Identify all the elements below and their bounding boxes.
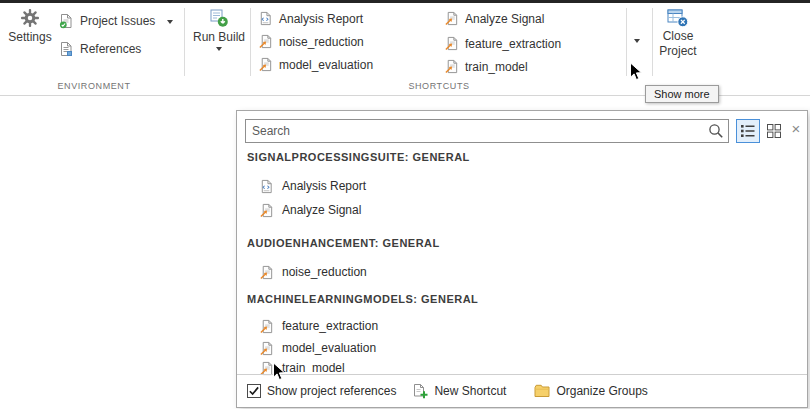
report-icon (258, 11, 273, 26)
popup-footer: Show project references New Shortcut Org… (237, 374, 807, 407)
close-project-label-line2: Project (659, 45, 696, 58)
gallery-item-model-evaluation[interactable]: model_evaluation (258, 57, 373, 72)
new-shortcut-button[interactable]: New Shortcut (412, 383, 506, 399)
list-view-toggle[interactable] (736, 119, 760, 143)
popup-item-label: train_model (282, 361, 345, 375)
group-header-audioenhancement: AUDIOENHANCEMENT: GENERAL (247, 237, 440, 249)
run-build-dropdown-caret (216, 47, 222, 51)
gallery-item-feature-extraction[interactable]: feature_extraction (444, 36, 561, 51)
shortcut-icon (259, 341, 274, 356)
references-doc-icon (58, 41, 74, 57)
close-project-icon (667, 8, 689, 28)
shortcuts-popup: × SIGNALPROCESSINGSUITE: GENERAL Analysi… (236, 110, 808, 408)
environment-section-label: ENVIRONMENT (4, 81, 184, 91)
gallery-item-label: train_model (465, 60, 528, 74)
issues-doc-icon (58, 13, 74, 29)
popup-item-feature-extraction[interactable]: feature_extraction (259, 317, 378, 335)
new-shortcut-label: New Shortcut (434, 384, 506, 398)
shortcut-icon (259, 319, 274, 334)
shortcut-icon (258, 34, 273, 49)
gallery-item-analysis-report[interactable]: Analysis Report (258, 11, 363, 26)
shortcut-icon (444, 59, 459, 74)
gallery-item-train-model[interactable]: train_model (444, 59, 528, 74)
shortcut-icon (444, 11, 459, 26)
popup-item-noise-reduction[interactable]: noise_reduction (259, 263, 367, 281)
run-build-icon (209, 8, 229, 28)
project-issues-dropdown-caret[interactable] (167, 20, 173, 24)
settings-button[interactable]: Settings (6, 8, 54, 44)
search-icon (708, 123, 724, 139)
gallery-item-noise-reduction[interactable]: noise_reduction (258, 34, 364, 49)
popup-item-analyze-signal[interactable]: Analyze Signal (259, 201, 361, 219)
project-toolstrip: Settings Project Issues References ENVIR… (0, 0, 810, 96)
gallery-item-label: Analyze Signal (465, 12, 544, 26)
references-label: References (80, 42, 141, 56)
gallery-item-label: model_evaluation (279, 58, 373, 72)
popup-item-label: feature_extraction (282, 319, 378, 333)
popup-item-label: Analyze Signal (282, 203, 361, 217)
gallery-item-label: Analysis Report (279, 12, 363, 26)
shortcut-icon (259, 203, 274, 218)
popup-item-analysis-report[interactable]: Analysis Report (259, 177, 366, 195)
organize-groups-label: Organize Groups (556, 384, 647, 398)
popup-item-model-evaluation[interactable]: model_evaluation (259, 339, 376, 357)
window-top-edge (0, 0, 810, 3)
project-issues-label: Project Issues (80, 14, 155, 28)
show-more-tooltip: Show more (645, 85, 719, 103)
group-header-signalprocessingsuite: SIGNALPROCESSINGSUITE: GENERAL (247, 151, 470, 163)
separator (652, 8, 653, 76)
separator (184, 8, 185, 76)
run-build-button[interactable]: Run Build (190, 8, 248, 51)
list-view-icon (740, 123, 756, 139)
separator (250, 8, 251, 76)
close-project-button[interactable]: Close Project (655, 8, 701, 58)
project-issues-button[interactable]: Project Issues (58, 13, 155, 29)
gallery-show-more-button[interactable] (627, 6, 647, 76)
gear-icon (20, 8, 40, 28)
show-project-references-label: Show project references (267, 384, 396, 398)
popup-item-label: noise_reduction (282, 265, 367, 279)
popup-item-label: Analysis Report (282, 179, 366, 193)
new-shortcut-icon (412, 383, 428, 399)
report-icon (259, 179, 274, 194)
popup-close-button[interactable]: × (788, 120, 804, 138)
gallery-item-label: noise_reduction (279, 35, 364, 49)
shortcut-icon (444, 36, 459, 51)
grid-view-icon (766, 123, 782, 139)
gallery-item-analyze-signal[interactable]: Analyze Signal (444, 11, 544, 26)
grid-view-toggle[interactable] (762, 119, 786, 143)
shortcut-icon (259, 265, 274, 280)
group-header-machinelearningmodels: MACHINELEARNINGMODELS: GENERAL (247, 293, 478, 305)
show-project-references-checkbox[interactable]: Show project references (247, 384, 396, 398)
references-button[interactable]: References (58, 41, 141, 57)
popup-item-label: model_evaluation (282, 341, 376, 355)
checkbox-checked-icon (247, 384, 261, 398)
gallery-item-label: feature_extraction (465, 37, 561, 51)
search-input[interactable] (245, 119, 729, 143)
organize-groups-icon (534, 383, 550, 399)
settings-label: Settings (8, 31, 51, 44)
shortcut-icon (258, 57, 273, 72)
organize-groups-button[interactable]: Organize Groups (534, 383, 647, 399)
shortcuts-section-label: SHORTCUTS (252, 81, 626, 91)
gallery-show-more-caret (634, 39, 640, 43)
run-build-label: Run Build (193, 31, 245, 44)
close-project-label-line1: Close (663, 30, 694, 43)
